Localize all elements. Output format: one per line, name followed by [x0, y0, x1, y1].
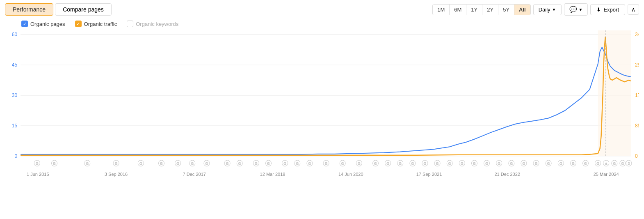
svg-text:G: G	[255, 162, 257, 166]
chart-legend: ✓ Organic pages ✓ Organic traffic Organi…	[5, 21, 639, 27]
svg-text:G: G	[226, 162, 228, 166]
time-2y[interactable]: 2Y	[482, 5, 498, 15]
svg-text:G: G	[387, 162, 389, 166]
performance-tab[interactable]: Performance	[5, 3, 53, 16]
comment-icon: 💬	[569, 6, 577, 13]
chevron-up-icon: ∧	[631, 6, 635, 13]
svg-text:G: G	[86, 162, 89, 166]
time-range-group: 1M 6M 1Y 2Y 5Y All	[432, 4, 530, 15]
svg-text:G: G	[448, 162, 451, 166]
svg-text:G: G	[613, 162, 616, 166]
comment-dropdown[interactable]: 💬 ▼	[564, 3, 588, 16]
svg-text:G: G	[424, 162, 426, 166]
daily-label: Daily	[539, 7, 550, 13]
svg-text:G: G	[461, 162, 463, 166]
svg-text:G: G	[325, 162, 327, 166]
svg-text:a: a	[605, 162, 607, 166]
g-markers: G G G G G G G G	[34, 160, 632, 166]
svg-text:G: G	[523, 162, 525, 166]
svg-text:G: G	[206, 162, 208, 166]
svg-text:G: G	[341, 162, 344, 166]
svg-text:G: G	[374, 162, 377, 166]
svg-text:G: G	[238, 162, 241, 166]
svg-text:G: G	[177, 162, 179, 166]
svg-text:85: 85	[635, 123, 639, 129]
svg-text:60: 60	[12, 32, 18, 37]
svg-text:170: 170	[635, 92, 639, 98]
svg-text:G: G	[296, 162, 299, 166]
export-label: Export	[603, 7, 619, 13]
svg-text:G: G	[535, 162, 537, 166]
svg-text:3 Sep 2016: 3 Sep 2016	[105, 172, 128, 177]
time-1y[interactable]: 1Y	[466, 5, 482, 15]
svg-text:G: G	[53, 162, 55, 166]
svg-text:G: G	[267, 162, 269, 166]
legend-organic-keywords[interactable]: Organic keywords	[127, 21, 178, 27]
legend-organic-pages[interactable]: ✓ Organic pages	[21, 21, 65, 27]
svg-text:G: G	[308, 162, 311, 166]
svg-text:G: G	[284, 162, 286, 166]
svg-text:45: 45	[12, 62, 18, 68]
time-1m[interactable]: 1M	[433, 5, 450, 15]
svg-text:G: G	[139, 162, 142, 166]
collapse-button[interactable]: ∧	[628, 4, 639, 15]
legend-organic-traffic[interactable]: ✓ Organic traffic	[75, 21, 117, 27]
organic-pages-line	[21, 47, 631, 154]
svg-text:G: G	[411, 162, 414, 166]
svg-text:G: G	[510, 162, 513, 166]
svg-text:G: G	[36, 162, 38, 166]
chevron-down-icon: ▼	[552, 7, 556, 12]
organic-traffic-checkbox[interactable]: ✓	[75, 21, 82, 27]
svg-text:14 Jun 2020: 14 Jun 2020	[338, 172, 363, 177]
chart-area: 60 45 30 15 0 340 255 170 85 0 G	[5, 30, 639, 191]
svg-text:340: 340	[635, 32, 639, 37]
svg-text:G: G	[572, 162, 574, 166]
svg-text:G: G	[547, 162, 550, 166]
svg-text:G: G	[115, 162, 117, 166]
chart-svg: 60 45 30 15 0 340 255 170 85 0 G	[5, 30, 639, 191]
organic-pages-label: Organic pages	[30, 21, 65, 27]
svg-text:25 Mar 2024: 25 Mar 2024	[594, 172, 619, 177]
svg-text:12 Mar 2019: 12 Mar 2019	[260, 172, 285, 177]
svg-text:15: 15	[12, 123, 18, 129]
svg-text:G: G	[191, 162, 194, 166]
export-icon: ⬇	[596, 7, 601, 13]
organic-traffic-label: Organic traffic	[84, 21, 117, 27]
organic-traffic-line	[21, 37, 631, 155]
svg-text:255: 255	[635, 62, 639, 68]
daily-dropdown[interactable]: Daily ▼	[533, 4, 562, 15]
svg-text:17 Sep 2021: 17 Sep 2021	[416, 172, 442, 177]
export-button[interactable]: ⬇ Export	[590, 4, 625, 15]
svg-text:G: G	[485, 162, 488, 166]
svg-text:G: G	[358, 162, 360, 166]
svg-text:2: 2	[628, 162, 630, 166]
svg-text:G: G	[160, 162, 162, 166]
time-6m[interactable]: 6M	[450, 5, 466, 15]
svg-text:G: G	[560, 162, 562, 166]
svg-text:21 Dec 2022: 21 Dec 2022	[494, 172, 520, 177]
organic-keywords-checkbox[interactable]	[127, 21, 133, 27]
svg-text:G: G	[498, 162, 500, 166]
chevron-down-icon-2: ▼	[579, 7, 583, 12]
svg-text:G: G	[584, 162, 587, 166]
time-all[interactable]: All	[514, 5, 530, 15]
time-5y[interactable]: 5Y	[498, 5, 514, 15]
svg-text:1 Jun 2015: 1 Jun 2015	[27, 172, 49, 177]
svg-text:G: G	[436, 162, 438, 166]
svg-text:G: G	[621, 162, 624, 166]
svg-text:0: 0	[14, 153, 17, 159]
svg-text:G: G	[473, 162, 475, 166]
svg-text:G: G	[399, 162, 402, 166]
svg-text:30: 30	[12, 92, 18, 98]
svg-text:7 Dec 2017: 7 Dec 2017	[183, 172, 206, 177]
organic-pages-checkbox[interactable]: ✓	[21, 21, 28, 27]
svg-text:G: G	[596, 162, 599, 166]
organic-keywords-label: Organic keywords	[136, 21, 178, 27]
compare-pages-tab[interactable]: Compare pages	[55, 3, 112, 16]
svg-text:0: 0	[635, 153, 638, 159]
